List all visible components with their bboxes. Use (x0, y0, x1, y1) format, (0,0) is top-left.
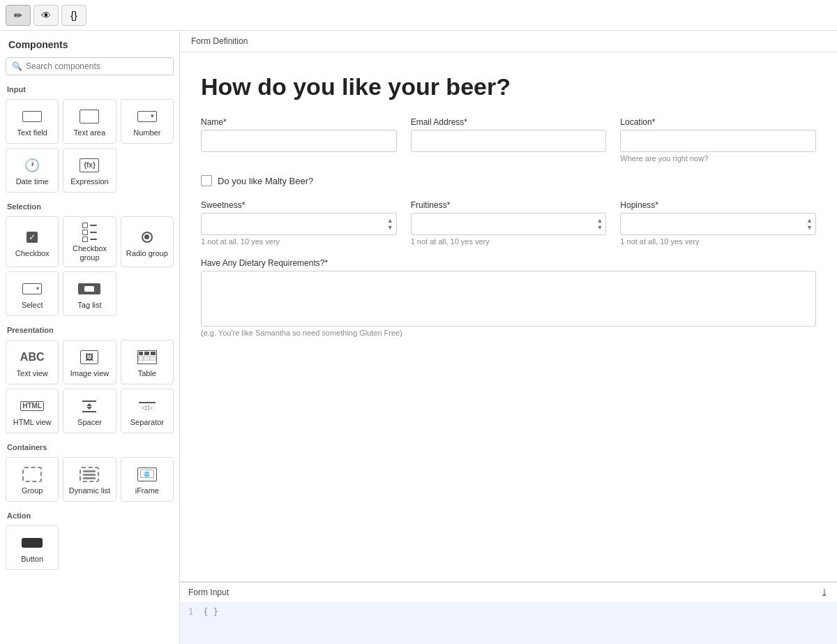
search-box[interactable]: 🔍 (6, 57, 174, 75)
expression-icon: {fx} (78, 157, 100, 174)
field-name-label: Name* (201, 117, 397, 127)
bottom-panel: Form Input ⤓ 1 { } (180, 581, 837, 644)
sidebar-item-group[interactable]: Group (6, 457, 59, 502)
selection-grid: ✓ Checkbox Checkbox group Radio (6, 216, 174, 316)
sidebar-item-dynamic-list[interactable]: Dynamic list (63, 457, 116, 502)
text-field-icon (21, 108, 43, 125)
table-label: Table (138, 369, 156, 378)
field-location: Location* Where are you right now? (620, 117, 816, 163)
image-view-label: Image view (70, 369, 110, 378)
sweetness-down-arrow[interactable]: ▼ (387, 225, 393, 231)
spacer-label: Spacer (77, 418, 102, 427)
group-label: Group (22, 486, 43, 495)
field-location-input[interactable] (620, 130, 816, 152)
field-hopiness-label: Hopiness* (620, 200, 816, 210)
separator-label: Separator (130, 418, 164, 427)
form-header: Form Definition (180, 31, 837, 52)
form-canvas: How do you like your beer? Name* Email A… (180, 52, 837, 581)
text-view-icon: ABC (21, 349, 43, 366)
date-time-label: Date time (16, 177, 49, 186)
collapse-icon[interactable]: ⤓ (820, 587, 829, 598)
field-dietary: Have Any Dietary Requirements?* (e.g. Yo… (201, 258, 816, 337)
iframe-label: iFrame (135, 486, 159, 495)
dynamic-list-icon (78, 466, 100, 483)
text-view-label: Text view (17, 369, 48, 378)
search-icon: 🔍 (12, 61, 22, 71)
checkbox-group-label: Checkbox group (66, 244, 112, 262)
expression-label: Expression (70, 177, 108, 186)
section-label-selection: Selection (6, 202, 174, 211)
search-input[interactable] (26, 61, 167, 71)
field-dietary-label: Have Any Dietary Requirements?* (201, 258, 816, 268)
field-location-label: Location* (620, 117, 816, 127)
sidebar-item-text-view[interactable]: ABC Text view (6, 340, 59, 384)
form-definition-area: Form Definition How do you like your bee… (180, 31, 837, 581)
form-row-spinners: Sweetness* ▲ ▼ 1 not at all, 10 yes very… (201, 200, 816, 246)
presentation-grid: ABC Text view 🖼 Image view (6, 340, 174, 433)
section-label-action: Action (6, 511, 174, 520)
text-area-icon (78, 108, 100, 125)
field-email: Email Address* (411, 117, 607, 163)
sidebar-item-expression[interactable]: {fx} Expression (63, 148, 116, 193)
sidebar-item-iframe[interactable]: 🌐 iFrame (121, 457, 174, 502)
date-time-icon: 🕐 (21, 157, 43, 174)
sidebar: Components 🔍 Input Text field Text area (0, 31, 180, 644)
sidebar-item-separator[interactable]: ◁ ▷ Separator (121, 389, 174, 433)
field-dietary-input[interactable] (201, 271, 816, 327)
form-row-dietary: Have Any Dietary Requirements?* (e.g. Yo… (201, 258, 816, 337)
sidebar-item-table[interactable]: Table (121, 340, 174, 384)
field-fruitiness: Fruitiness* ▲ ▼ 1 not at all, 10 yes ver… (411, 200, 607, 246)
separator-icon: ◁ ▷ (136, 398, 158, 414)
button-icon (21, 534, 43, 551)
hopiness-up-arrow[interactable]: ▲ (806, 218, 813, 224)
sidebar-item-text-area[interactable]: Text area (63, 99, 116, 144)
input-grid: Text field Text area ▾ Number 🕐 Date tim… (6, 99, 174, 193)
sidebar-item-text-field[interactable]: Text field (6, 99, 59, 144)
preview-button[interactable]: 👁 (33, 5, 59, 26)
group-icon (21, 466, 43, 483)
sweetness-up-arrow[interactable]: ▲ (387, 218, 393, 224)
code-content: { } (203, 607, 218, 644)
sidebar-item-tag-list[interactable]: Tag list (63, 271, 116, 316)
code-icon: {} (70, 10, 77, 21)
field-hopiness-spinner[interactable]: ▲ ▼ (620, 213, 816, 235)
table-icon (136, 349, 158, 366)
section-label-containers: Containers (6, 443, 174, 451)
sidebar-item-number[interactable]: ▾ Number (121, 99, 174, 144)
sidebar-item-date-time[interactable]: 🕐 Date time (6, 148, 59, 193)
section-label-presentation: Presentation (6, 326, 174, 334)
sidebar-item-spacer[interactable]: Spacer (63, 389, 116, 433)
select-icon: ▾ (21, 280, 43, 297)
hopiness-down-arrow[interactable]: ▼ (806, 225, 813, 231)
field-email-label: Email Address* (411, 117, 607, 127)
text-area-label: Text area (74, 128, 105, 137)
sidebar-item-select[interactable]: ▾ Select (6, 271, 59, 316)
iframe-icon: 🌐 (136, 466, 158, 483)
sidebar-item-html-view[interactable]: HTML HTML view (6, 389, 59, 433)
checkbox-malty-input[interactable] (201, 175, 212, 186)
spacer-icon (78, 398, 100, 414)
field-fruitiness-spinner[interactable]: ▲ ▼ (411, 213, 607, 235)
edit-button[interactable]: ✏ (6, 5, 31, 26)
sidebar-item-button[interactable]: Button (6, 525, 59, 570)
field-fruitiness-label: Fruitiness* (411, 200, 607, 210)
field-dietary-hint: (e.g. You're like Samantha so need somet… (201, 329, 816, 337)
field-location-hint: Where are you right now? (620, 154, 816, 163)
action-grid: Button (6, 525, 174, 570)
fruitiness-down-arrow[interactable]: ▼ (596, 225, 603, 231)
field-hopiness: Hopiness* ▲ ▼ 1 not at all, 10 yes very (620, 200, 816, 246)
sidebar-item-radio-group[interactable]: Radio group (121, 216, 174, 267)
sidebar-item-image-view[interactable]: 🖼 Image view (63, 340, 116, 384)
html-view-label: HTML view (13, 418, 52, 427)
field-sweetness-label: Sweetness* (201, 200, 397, 210)
code-button[interactable]: {} (61, 5, 86, 26)
field-sweetness-spinner[interactable]: ▲ ▼ (201, 213, 397, 235)
sidebar-item-checkbox-group[interactable]: Checkbox group (63, 216, 116, 267)
sidebar-item-checkbox[interactable]: ✓ Checkbox (6, 216, 59, 267)
form-title: How do you like your beer? (201, 73, 816, 100)
field-hopiness-hint: 1 not at all, 10 yes very (620, 237, 816, 246)
bottom-panel-header: Form Input ⤓ (180, 583, 837, 603)
fruitiness-up-arrow[interactable]: ▲ (596, 218, 603, 224)
field-name-input[interactable] (201, 130, 397, 152)
field-email-input[interactable] (411, 130, 607, 152)
